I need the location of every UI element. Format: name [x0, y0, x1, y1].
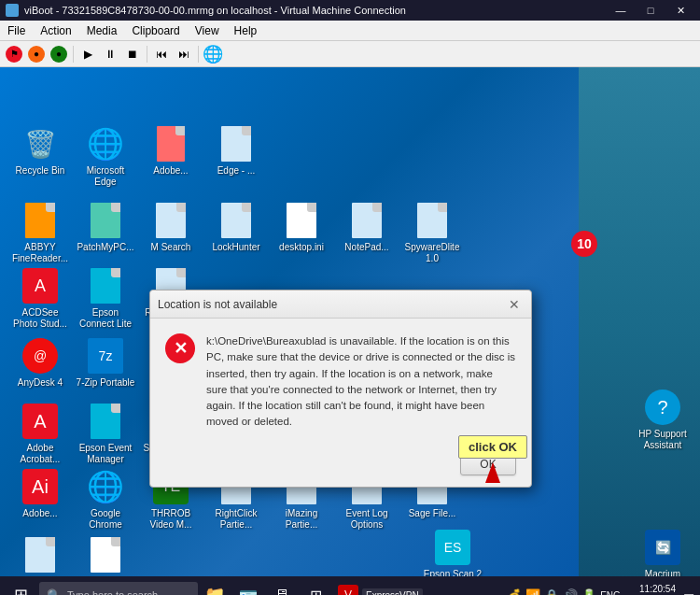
menu-clipboard[interactable]: Clipboard [124, 22, 187, 39]
vpn-icon: V [338, 585, 358, 595]
toolbar-icon-orange[interactable]: ● [26, 44, 47, 64]
desktop-icon-7zip[interactable]: 7z 7-Zip Portable [73, 333, 138, 392]
window-titlebar: viBoot - 73321589C8478730-00-00.mrmg on … [0, 0, 700, 21]
desktop-icon-msearch[interactable]: M Search [138, 198, 203, 257]
toolbar-icon-green[interactable]: ● [49, 44, 69, 64]
hp-support-icon: ? [644, 389, 681, 426]
desktop-icon-adobe[interactable]: Adobe... [138, 121, 203, 180]
taskbar: ⊞ 🔍 Type here to search 📁 🪪 🖥 ⊞ V Expres… [0, 576, 700, 595]
desktop-icon-label: Macrium Reflect [632, 569, 693, 576]
desktop-icon-hp-support[interactable]: ? HP Support Assistant [630, 385, 695, 455]
vpn-label: ExpressVPN [362, 588, 423, 596]
system-tray: 💰 📶 🔒 🔊 🔋 ENG 11:20:54 30-09-2023 ▭ [507, 583, 698, 595]
start-button[interactable]: ⊞ [2, 576, 39, 595]
desktop-icon-lockhunter[interactable]: LockHunter [203, 198, 269, 257]
menu-action[interactable]: Action [33, 22, 78, 39]
taskbar-icon-badge[interactable]: 🪪 [231, 576, 265, 595]
desktop-icon-label: AnyDesk 4 [18, 377, 63, 389]
vpn-area[interactable]: V ExpressVPN [338, 585, 423, 595]
click-ok-annotation: click OK [458, 435, 527, 483]
show-desktop-icon[interactable]: ▭ [683, 588, 694, 596]
msearch-icon [152, 202, 189, 239]
toolbar-pause[interactable]: ⏸ [100, 44, 120, 64]
dialog-close-button[interactable]: ✕ [505, 295, 524, 314]
dialog-error-icon: ✕ [165, 333, 195, 363]
taskbar-icon-monitor[interactable]: 🖥 [265, 576, 299, 595]
macrium-icon: 🔄 [644, 529, 681, 566]
desktop-icon-desktop-ini[interactable]: desktop.ini [269, 198, 334, 257]
adobe2-icon: Ai [21, 468, 59, 505]
edge-icon: 🌐 [87, 125, 124, 163]
desktop-icon-epson-scan[interactable]: ES Epson Scan 2 [420, 525, 485, 576]
epson-connect-icon [87, 267, 124, 305]
taskbar-icon-file-explorer[interactable]: 📁 [198, 576, 231, 595]
desktop-icon-spyware[interactable]: SpywareDlite 1.0 [399, 198, 465, 268]
app-icon [6, 4, 19, 17]
toolbar-play[interactable]: ▶ [77, 44, 98, 64]
desktop-icon-label: Microsoft Edge [75, 165, 136, 188]
desktop-icon-label: iMazing Partie... [271, 508, 332, 531]
tray-keyboard-icon[interactable]: ENG [600, 590, 621, 596]
right-panel [579, 67, 700, 576]
window-title: viBoot - 73321589C8478730-00-00.mrmg on … [24, 5, 406, 16]
tray-network-icon[interactable]: 🔒 [544, 588, 559, 596]
menubar: File Action Media Clipboard View Help [0, 21, 700, 41]
chrome-icon: 🌐 [87, 468, 124, 505]
menu-media[interactable]: Media [79, 22, 125, 39]
tray-speaker-icon[interactable]: 🔊 [563, 588, 578, 596]
abbyy-icon [21, 202, 59, 239]
maximize-button[interactable]: □ [637, 0, 665, 21]
menu-help[interactable]: Help [227, 22, 265, 39]
taskbar-time-date: 11:20:54 30-09-2023 [624, 583, 679, 595]
tray-coin-icon[interactable]: 💰 [507, 588, 522, 596]
desktop-icon-notepad[interactable]: NotePad [73, 532, 138, 576]
tray-battery-icon[interactable]: 🔋 [581, 588, 596, 596]
monitor-icon: 🖥 [274, 587, 289, 595]
window-title-area: viBoot - 73321589C8478730-00-00.mrmg on … [6, 4, 406, 17]
desktop-icon-macrium[interactable]: 🔄 Macrium Reflect [630, 525, 695, 576]
desktop-icon-chrome[interactable]: 🌐 Google Chrome [73, 464, 138, 534]
epson-scan-icon: ES [434, 529, 471, 566]
toolbar-stop[interactable]: ⏹ [122, 44, 143, 64]
desktop-icon-abbyy[interactable]: ABBYY FineReader... [7, 198, 73, 268]
dialog-title: Location is not available [158, 298, 277, 311]
toolbar-separator-2 [147, 46, 147, 63]
desktop-icon-label: Adobe... [153, 165, 188, 177]
apps-icon: ⊞ [310, 587, 322, 596]
toolbar-prev[interactable]: ⏮ [151, 44, 172, 64]
desktop-icon-label: Epson Scan 2 [424, 569, 482, 576]
menu-view[interactable]: View [188, 22, 227, 39]
taskbar-icon-apps[interactable]: ⊞ [299, 576, 332, 595]
adobe-icon [152, 125, 189, 163]
desktop-icon-notepadini[interactable]: NotePad... [334, 198, 399, 257]
desktop-icon-epson-event[interactable]: Epson Event Manager [73, 399, 138, 469]
lockhunter-icon [217, 202, 255, 239]
toolbar-edge-icon[interactable]: 🌐 [203, 44, 223, 64]
minimize-button[interactable]: — [607, 0, 635, 21]
tray-wifi-icon[interactable]: 📶 [525, 588, 540, 596]
desktop-icon-epson-connect[interactable]: Epson Connect Lite [73, 263, 138, 333]
desktop-icon-recycle-bin[interactable]: 🗑️ Recycle Bin [7, 121, 73, 180]
desktop-icon-edge[interactable]: 🌐 Microsoft Edge [73, 121, 138, 191]
desktop-icon-label: ABBYY FineReader... [9, 242, 71, 264]
file-explorer-icon: 📁 [204, 585, 225, 595]
desktop-icon-patchmypc[interactable]: PatchMyPC... [73, 198, 138, 257]
toolbar-next[interactable]: ⏭ [174, 44, 194, 64]
taskbar-search[interactable]: 🔍 Type here to search [39, 582, 198, 595]
desktop-icon-label: Edge - ... [217, 165, 256, 177]
desktop-icon-adobe-acrobat[interactable]: A Adobe Acrobat... [7, 399, 73, 469]
desktop-icon-anydesk[interactable]: @ AnyDesk 4 [7, 333, 73, 392]
desktop-icon-edge2[interactable]: Edge - ... [203, 121, 269, 180]
taskbar-time: 11:20:54 [628, 583, 676, 595]
close-button[interactable]: ✕ [666, 0, 694, 21]
desktop-icon-rapport[interactable]: Rapport-2 [7, 532, 73, 576]
epson-event-icon [87, 403, 124, 440]
arrow-up-icon [485, 462, 500, 483]
desktop: 🗑️ Recycle Bin 🌐 Microsoft Edge Adobe...… [0, 67, 700, 576]
toolbar-icon-red[interactable]: ⚑ [4, 44, 24, 64]
desktop-icon-label: 7-Zip Portable [77, 377, 135, 389]
desktop-icon-label: HP Support Assistant [632, 429, 693, 451]
desktop-icon-adobe2[interactable]: Ai Adobe... [7, 464, 73, 523]
menu-file[interactable]: File [0, 22, 33, 39]
desktop-icon-acdsee[interactable]: A ACDSee Photo Stud... [7, 263, 73, 333]
